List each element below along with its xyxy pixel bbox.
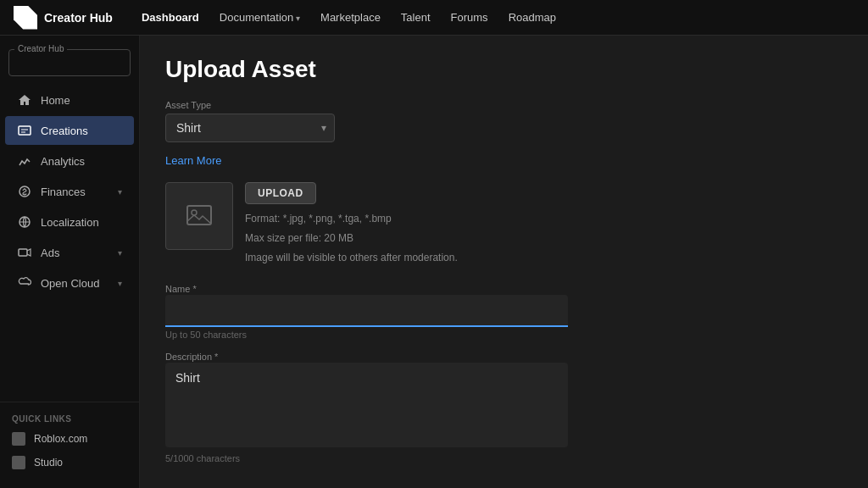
ads-icon bbox=[17, 245, 32, 260]
sidebar-item-ads[interactable]: Ads ▾ bbox=[5, 238, 134, 267]
svg-rect-0 bbox=[19, 126, 31, 135]
topnav-documentation[interactable]: Documentation bbox=[211, 8, 309, 27]
name-charlimit: Up to 50 characters bbox=[165, 330, 568, 340]
description-label: Description * bbox=[165, 352, 568, 362]
studio-icon bbox=[12, 456, 25, 469]
image-icon bbox=[184, 201, 214, 231]
description-field: Description * Shirt 5/1000 characters bbox=[165, 352, 568, 463]
topnav-talent[interactable]: Talent bbox=[392, 8, 439, 27]
sidebar-item-home-label: Home bbox=[41, 94, 70, 107]
name-label: Name * bbox=[165, 284, 568, 294]
name-field: Name * Up to 50 characters bbox=[165, 284, 568, 340]
upload-info: UPLOAD Format: *.jpg, *.png, *.tga, *.bm… bbox=[245, 182, 458, 267]
content-area: Upload Asset Asset Type Shirt ▾ Learn Mo… bbox=[140, 36, 868, 488]
asset-type-label: Asset Type bbox=[165, 100, 843, 110]
svg-rect-3 bbox=[19, 249, 27, 256]
sidebar-item-opencloud-label: Open Cloud bbox=[41, 277, 99, 290]
brand: Creator Hub bbox=[14, 6, 113, 30]
upload-moderation: Image will be visible to others after mo… bbox=[245, 250, 458, 266]
opencloud-icon bbox=[17, 275, 32, 291]
upload-area: UPLOAD Format: *.jpg, *.png, *.tga, *.bm… bbox=[165, 182, 843, 267]
sidebar-item-creations-label: Creations bbox=[41, 125, 88, 137]
sidebar-item-finances[interactable]: Finances ▾ bbox=[5, 177, 134, 206]
quick-links-label: QUICK LINKS bbox=[0, 409, 139, 427]
asset-type-field: Asset Type Shirt ▾ bbox=[165, 100, 843, 142]
sidebar-ext-studio[interactable]: Studio bbox=[0, 451, 139, 474]
image-placeholder bbox=[165, 182, 233, 250]
topnav-links: Dashboard Documentation Marketplace Tale… bbox=[133, 8, 565, 27]
localization-icon bbox=[17, 214, 32, 230]
topnav-forums[interactable]: Forums bbox=[442, 8, 497, 27]
sidebar-bottom: QUICK LINKS Roblox.com Studio bbox=[0, 402, 139, 481]
topnav-roadmap[interactable]: Roadmap bbox=[500, 8, 565, 27]
creations-icon bbox=[17, 123, 32, 138]
home-icon bbox=[17, 92, 32, 108]
ads-arrow: ▾ bbox=[118, 248, 122, 258]
roblox-label: Roblox.com bbox=[34, 433, 87, 445]
upload-button[interactable]: UPLOAD bbox=[245, 182, 316, 204]
learn-more-link[interactable]: Learn More bbox=[165, 154, 221, 167]
finances-arrow: ▾ bbox=[118, 187, 122, 197]
sidebar-item-opencloud[interactable]: Open Cloud ▾ bbox=[5, 269, 134, 297]
sidebar-ext-roblox[interactable]: Roblox.com bbox=[0, 427, 139, 451]
sidebar: Creator Hub Home bbox=[0, 36, 140, 488]
upload-format: Format: *.jpg, *.png, *.tga, *.bmp bbox=[245, 211, 458, 227]
sidebar-label-box-value bbox=[16, 57, 123, 72]
name-input[interactable] bbox=[165, 295, 568, 327]
sidebar-item-ads-label: Ads bbox=[41, 247, 59, 259]
topnav-dashboard[interactable]: Dashboard bbox=[133, 8, 208, 27]
analytics-icon bbox=[17, 153, 32, 169]
topnav: Creator Hub Dashboard Documentation Mark… bbox=[0, 0, 868, 36]
upload-maxsize: Max size per file: 20 MB bbox=[245, 230, 458, 247]
sidebar-nav: Home Creations Analytic bbox=[0, 85, 139, 402]
asset-type-select-wrapper: Shirt ▾ bbox=[165, 114, 335, 142]
sidebar-item-finances-label: Finances bbox=[41, 186, 86, 198]
main-layout: Creator Hub Home bbox=[0, 36, 868, 488]
opencloud-arrow: ▾ bbox=[118, 279, 122, 288]
description-textarea[interactable]: Shirt bbox=[165, 363, 568, 447]
sidebar-item-home[interactable]: Home bbox=[5, 86, 134, 114]
finances-icon bbox=[17, 184, 32, 199]
sidebar-label-box-title: Creator Hub bbox=[14, 44, 67, 53]
sidebar-item-localization[interactable]: Localization bbox=[5, 208, 134, 236]
sidebar-item-localization-label: Localization bbox=[41, 216, 99, 229]
brand-logo bbox=[14, 6, 37, 30]
page-title: Upload Asset bbox=[165, 56, 843, 83]
sidebar-item-analytics-label: Analytics bbox=[41, 155, 85, 168]
sidebar-item-analytics[interactable]: Analytics bbox=[5, 147, 134, 175]
studio-label: Studio bbox=[34, 457, 63, 469]
roblox-icon bbox=[12, 432, 25, 446]
svg-rect-4 bbox=[187, 206, 211, 225]
brand-name: Creator Hub bbox=[44, 11, 113, 25]
sidebar-item-creations[interactable]: Creations bbox=[5, 116, 134, 145]
sidebar-label-box: Creator Hub bbox=[8, 49, 131, 76]
description-charlimit: 5/1000 characters bbox=[165, 453, 568, 463]
asset-type-select[interactable]: Shirt bbox=[165, 114, 335, 142]
topnav-marketplace[interactable]: Marketplace bbox=[312, 8, 389, 27]
